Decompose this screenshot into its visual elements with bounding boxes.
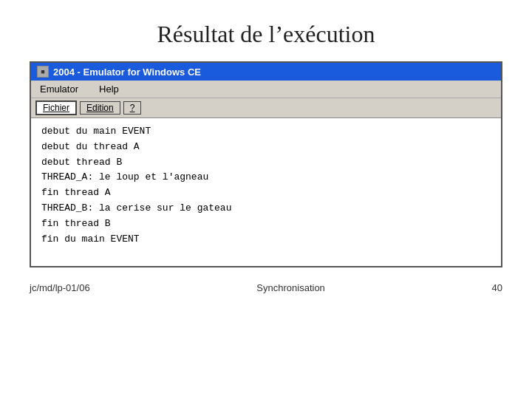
- toolbar: Fichier Edition ?: [31, 98, 501, 118]
- toolbar-help[interactable]: ?: [123, 101, 142, 115]
- menu-bar: Emulator Help: [31, 81, 501, 98]
- console-output: debut du main EVENT debut du thread A de…: [31, 118, 501, 266]
- menu-help[interactable]: Help: [95, 82, 123, 96]
- console-line-4: fin thread A: [41, 185, 491, 201]
- title-bar-text: 2004 - Emulator for Windows CE: [53, 66, 201, 78]
- app-icon: ■: [37, 66, 49, 78]
- console-line-2: debut thread B: [41, 155, 491, 171]
- console-line-3: THREAD_A: le loup et l'agneau: [41, 170, 491, 185]
- footer: jc/md/lp-01/06 Synchronisation 40: [0, 275, 532, 301]
- toolbar-edition[interactable]: Edition: [80, 101, 120, 115]
- menu-emulator[interactable]: Emulator: [35, 82, 83, 96]
- console-line-6: fin thread B: [41, 216, 491, 232]
- toolbar-fichier[interactable]: Fichier: [35, 100, 77, 115]
- footer-center: Synchronisation: [256, 282, 325, 293]
- page-title: Résultat de l’exécution: [157, 21, 375, 48]
- console-line-7: fin du main EVENT: [41, 232, 491, 248]
- footer-left: jc/md/lp-01/06: [30, 282, 90, 293]
- console-line-1: debut du thread A: [41, 140, 491, 155]
- console-line-5: THREAD_B: la cerise sur le gateau: [41, 201, 491, 216]
- footer-right: 40: [492, 282, 502, 293]
- console-line-0: debut du main EVENT: [41, 124, 491, 140]
- title-bar: ■ 2004 - Emulator for Windows CE: [31, 63, 501, 81]
- emulator-window: ■ 2004 - Emulator for Windows CE Emulato…: [30, 61, 502, 267]
